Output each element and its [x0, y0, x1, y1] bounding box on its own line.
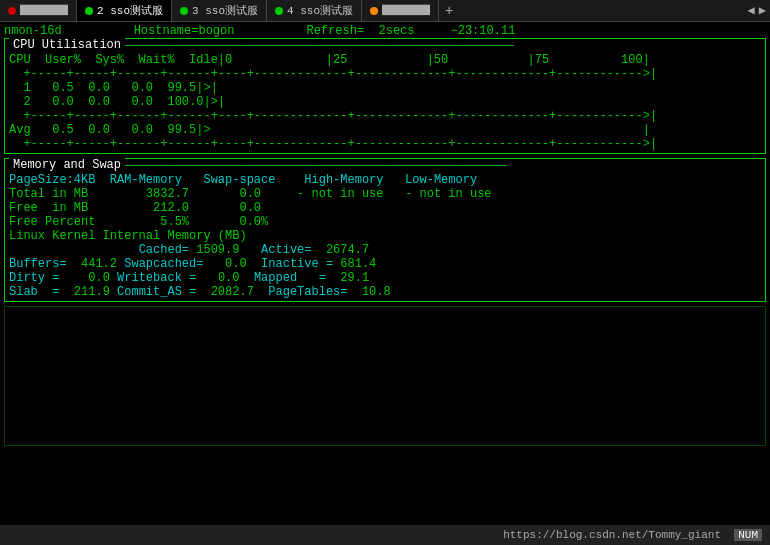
kernel-row-slab: Slab = 211.9 Commit_AS = 2082.7 PageTabl…	[9, 285, 761, 299]
tab-bar: ████████ 2 sso测试服 3 sso测试服 4 sso测试服 ████…	[0, 0, 770, 22]
mem-col-high: High-Memory	[304, 173, 383, 187]
kernel-memory-title: Linux Kernel Internal Memory (MB)	[9, 229, 761, 243]
memory-row-free-mb: Free in MB 212.0 0.0	[9, 201, 761, 215]
cpu-avg-user: 0.5	[45, 123, 74, 137]
tab-5[interactable]: ████████	[362, 0, 439, 21]
tab-add-button[interactable]: +	[439, 3, 459, 19]
kernel-dirty-label: Dirty =	[9, 271, 59, 285]
mem-col-swap: Swap-space	[203, 173, 275, 187]
kernel-writeback-label: Writeback =	[117, 271, 196, 285]
memory-section-title: Memory and Swap	[9, 158, 125, 172]
hostname: Hostname=bogon	[134, 24, 235, 38]
status-num: NUM	[734, 529, 762, 541]
hostname-label: nmon-16d	[4, 24, 62, 38]
tab-label-5: ████████	[382, 5, 430, 16]
tab-label-4: 4 sso测试服	[287, 3, 353, 18]
tab-dot-2	[85, 7, 93, 15]
tab-dot-1	[8, 7, 16, 15]
mem-col-pagesize: PageSize:4KB	[9, 173, 95, 187]
cpu-avg-sys: 0.0	[88, 123, 110, 137]
cpu-1-user: 0.5	[45, 81, 74, 95]
tab-4[interactable]: 4 sso测试服	[267, 0, 362, 21]
tab-1[interactable]: ████████	[0, 0, 77, 21]
kernel-active-label: Active=	[261, 243, 311, 257]
kernel-writeback-val: 0.0	[218, 271, 240, 285]
mem-total-ram: 3832.7	[146, 187, 189, 201]
cpu-section: CPU Utilisation ────────────────────────…	[4, 38, 766, 154]
kernel-buffers-label: Buffers=	[9, 257, 67, 271]
cpu-scale-row: CPU User% Sys% Wait% Idle|0 |25 |50 |75 …	[9, 53, 761, 67]
terminal-empty	[4, 306, 766, 446]
memory-section: Memory and Swap ────────────────────────…	[4, 158, 766, 302]
cpu-sep-3: +-----+-----+------+------+----+--------…	[9, 137, 761, 151]
memory-section-border-top: ────────────────────────────────────────…	[125, 159, 765, 173]
kernel-commitas-val: 2082.7	[211, 285, 254, 299]
cpu-section-border-top: ────────────────────────────────────────…	[125, 39, 765, 53]
cpu-2-bar: |	[218, 95, 225, 109]
kernel-active-val: 2674.7	[326, 243, 369, 257]
mem-free-ram: 212.0	[146, 201, 189, 215]
cpu-sep-2: +-----+-----+------+------+----+--------…	[9, 109, 761, 123]
kernel-buffers-val: 441.2	[81, 257, 117, 271]
memory-col-headers: PageSize:4KB RAM-Memory Swap-space High-…	[9, 173, 761, 187]
cpu-avg-idle: 99.5	[167, 123, 196, 137]
cpu-section-title: CPU Utilisation	[9, 38, 125, 52]
mem-col-low: Low-Memory	[405, 173, 477, 187]
cpu-2-idle: 100.0	[167, 95, 203, 109]
kernel-row-cached: Cached= 1509.9 Active= 2674.7	[9, 243, 761, 257]
tab-3[interactable]: 3 sso测试服	[172, 0, 267, 21]
tab-dot-5	[370, 7, 378, 15]
kernel-pagetables-label: PageTables=	[268, 285, 347, 299]
cpu-1-idle: 99.5	[167, 81, 196, 95]
terminal-area: nmon-16d Hostname=bogon Refresh= 2secs −…	[0, 22, 770, 525]
tab-nav-right[interactable]: ▶	[759, 3, 766, 18]
cpu-1-bar: |	[211, 81, 218, 95]
kernel-slab-val: 211.9	[74, 285, 110, 299]
cpu-2-num: 2	[23, 95, 30, 109]
cpu-avg-wait: 0.0	[124, 123, 153, 137]
kernel-cached-label: Cached=	[139, 243, 189, 257]
mem-total-low: - not in use	[405, 187, 491, 201]
cpu-1-wait: 0.0	[124, 81, 153, 95]
status-url: https://blog.csdn.net/Tommy_giant	[503, 529, 721, 541]
tab-dot-3	[180, 7, 188, 15]
kernel-row-buffers: Buffers= 441.2 Swapcached= 0.0 Inactive …	[9, 257, 761, 271]
cpu-row-2: 2 0.0 0.0 0.0 100.0|>|	[9, 95, 761, 109]
kernel-commitas-label: Commit_AS =	[117, 285, 196, 299]
kernel-mapped-label: Mapped =	[254, 271, 326, 285]
kernel-pagetables-val: 10.8	[362, 285, 391, 299]
mem-free-pct-swap: 0.0%	[239, 215, 268, 229]
refresh: Refresh= 2secs	[306, 24, 414, 38]
cpu-2-sys: 0.0	[88, 95, 110, 109]
cpu-avg-row: Avg 0.5 0.0 0.0 99.5|> |	[9, 123, 761, 137]
tab-label-3: 3 sso测试服	[192, 3, 258, 18]
kernel-slab-label: Slab =	[9, 285, 59, 299]
cpu-avg-bar: |	[211, 123, 650, 137]
memory-row-total: Total in MB 3832.7 0.0 - not in use - no…	[9, 187, 761, 201]
kernel-swapcached-val: 0.0	[225, 257, 247, 271]
cpu-sep-1: +-----+-----+------+------+----+--------…	[9, 67, 761, 81]
mem-free-pct-ram: 5.5%	[160, 215, 189, 229]
mem-col-ram: RAM-Memory	[110, 173, 182, 187]
tab-label-1: ████████	[20, 5, 68, 16]
time: −23:10.11	[451, 24, 516, 38]
mem-free-swap: 0.0	[239, 201, 261, 215]
cpu-1-sys: 0.0	[88, 81, 110, 95]
cpu-section-content: CPU User% Sys% Wait% Idle|0 |25 |50 |75 …	[5, 53, 765, 153]
tab-label-2: 2 sso测试服	[97, 3, 163, 18]
kernel-row-dirty: Dirty = 0.0 Writeback = 0.0 Mapped = 29.…	[9, 271, 761, 285]
terminal-header: nmon-16d Hostname=bogon Refresh= 2secs −…	[4, 24, 766, 38]
kernel-cached-val: 1509.9	[196, 243, 239, 257]
tab-2[interactable]: 2 sso测试服	[77, 0, 172, 21]
tab-nav-left[interactable]: ◀	[748, 3, 755, 18]
kernel-inactive-val: 681.4	[340, 257, 376, 271]
kernel-swapcached-label: Swapcached=	[124, 257, 203, 271]
status-bar: https://blog.csdn.net/Tommy_giant NUM	[0, 525, 770, 545]
memory-row-free-pct: Free Percent 5.5% 0.0%	[9, 215, 761, 229]
kernel-mapped-val: 29.1	[340, 271, 369, 285]
memory-section-content: PageSize:4KB RAM-Memory Swap-space High-…	[5, 173, 765, 301]
mem-total-swap: 0.0	[239, 187, 261, 201]
kernel-inactive-label: Inactive =	[261, 257, 333, 271]
mem-total-high: - not in use	[297, 187, 383, 201]
kernel-dirty-val: 0.0	[88, 271, 110, 285]
